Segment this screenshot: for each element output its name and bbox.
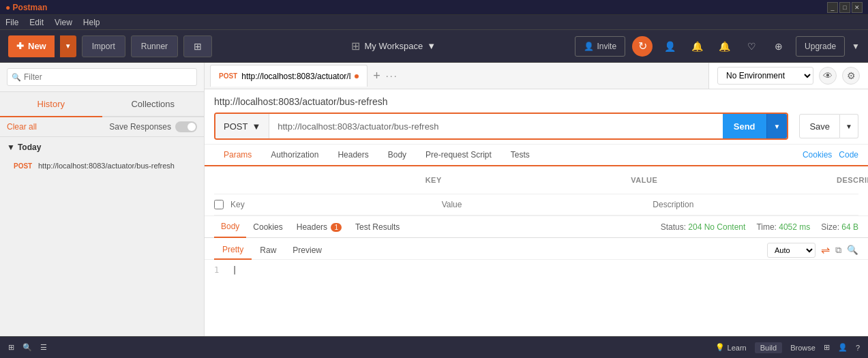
menu-edit[interactable]: Edit <box>29 18 44 27</box>
sidebar-tab-collections[interactable]: Collections <box>102 92 205 116</box>
params-table-header: KEY VALUE DESCRIPTION ··· Bulk Edit <box>214 166 858 194</box>
subtab-params[interactable]: Params <box>214 145 261 166</box>
save-button[interactable]: Save <box>799 114 840 138</box>
request-subtabs: Params Authorization Headers Body Pre-re… <box>205 145 868 166</box>
sidebar-actions: Clear all Save Responses <box>0 117 204 137</box>
subtab-tests[interactable]: Tests <box>501 145 539 165</box>
method-select[interactable]: POST ▼ <box>215 114 269 138</box>
build-button[interactable]: Build <box>755 342 782 353</box>
today-section-header: ▼ Today <box>0 137 204 158</box>
url-input[interactable] <box>269 116 722 137</box>
notifications-icon[interactable]: 🔔 <box>687 36 707 57</box>
sync-button[interactable]: ↻ <box>632 36 653 57</box>
add-tab-button[interactable]: + <box>370 69 383 83</box>
copy-response-button[interactable]: ⧉ <box>835 245 841 256</box>
save-responses-area: Save Responses <box>109 121 197 132</box>
tab-method-tag: POST <box>219 72 237 80</box>
heart-icon[interactable]: ♡ <box>741 36 762 57</box>
resp-tab-test-results[interactable]: Test Results <box>348 217 406 237</box>
satellite-icon[interactable]: ⊕ <box>768 36 789 57</box>
browse-button[interactable]: Browse <box>790 344 815 352</box>
subtab-prerequest[interactable]: Pre-request Script <box>416 145 501 165</box>
new-button[interactable]: ✚ New <box>8 35 55 57</box>
line-number-1: 1 <box>214 265 219 275</box>
resp-tab-headers[interactable]: Headers 1 <box>290 217 348 237</box>
user-profile-icon[interactable]: 👤 <box>659 36 680 57</box>
search-response-button[interactable]: 🔍 <box>847 245 858 255</box>
learn-label: Learn <box>728 344 747 352</box>
send-dropdown-button[interactable]: ▼ <box>766 114 788 138</box>
params-key-input[interactable] <box>230 200 431 209</box>
subtab-authorization[interactable]: Authorization <box>261 145 328 165</box>
more-tabs-button[interactable]: ··· <box>386 70 398 81</box>
invite-button[interactable]: 👤 Invite <box>575 36 625 57</box>
layout-button[interactable]: ⊞ <box>183 35 212 57</box>
sidebar-tab-history[interactable]: History <box>0 92 102 117</box>
menu-view[interactable]: View <box>55 18 72 27</box>
title-bar: ● Postman _ □ ✕ <box>0 0 868 15</box>
auto-format-select[interactable]: Auto <box>767 243 815 258</box>
toolbar-right: 👤 Invite ↻ 👤 🔔 🔔 ♡ ⊕ Upgrade ▼ <box>575 36 860 57</box>
cookies-link[interactable]: Cookies <box>803 150 832 160</box>
panel-button[interactable]: ☰ <box>40 343 47 352</box>
sidebar-search-area: 🔍 <box>0 63 204 92</box>
params-description-cell <box>647 197 858 212</box>
env-select-wrap: No Environment <box>717 67 813 85</box>
resp-tab-cookies[interactable]: Cookies <box>246 217 289 237</box>
import-button[interactable]: Import <box>82 35 125 57</box>
response-code-area: 1 | <box>205 260 868 336</box>
clear-all-button[interactable]: Clear all <box>7 122 37 132</box>
params-row-checkbox[interactable] <box>214 200 224 209</box>
new-label: New <box>28 41 46 51</box>
upgrade-arrow[interactable]: ▼ <box>852 42 860 51</box>
invite-icon: 👤 <box>584 42 594 51</box>
close-button[interactable]: ✕ <box>852 2 863 13</box>
console-button[interactable]: ⊞ <box>8 343 14 352</box>
runner-button[interactable]: Runner <box>131 35 178 57</box>
request-tab-active[interactable]: POST http://localhost:8083/actuator/l <box>210 65 368 87</box>
save-dropdown-button[interactable]: ▼ <box>840 114 858 138</box>
params-table: KEY VALUE DESCRIPTION ··· Bulk Edit <box>205 166 868 215</box>
resp-body-tab-preview[interactable]: Preview <box>284 241 330 259</box>
resp-body-tab-raw[interactable]: Raw <box>252 241 284 259</box>
env-settings-icon[interactable]: ⚙ <box>842 67 860 85</box>
eye-icon[interactable]: 👁 <box>819 67 837 85</box>
subtab-headers[interactable]: Headers <box>328 145 378 165</box>
sidebar-filter-input[interactable] <box>7 68 197 86</box>
window-controls[interactable]: _ □ ✕ <box>827 2 863 13</box>
sidebar: 🔍 History Collections Clear all Save Res… <box>0 63 205 336</box>
upgrade-button[interactable]: Upgrade <box>796 36 845 57</box>
user-right-button[interactable]: 👤 <box>838 343 848 352</box>
history-item[interactable]: POST http://localhost:8083/actuator/bus-… <box>0 158 204 174</box>
params-value-input[interactable] <box>442 200 642 209</box>
minimize-button[interactable]: _ <box>827 2 838 13</box>
method-label: POST <box>224 121 248 132</box>
bell-icon[interactable]: 🔔 <box>714 36 734 57</box>
help-button[interactable]: ? <box>856 344 860 352</box>
menu-file[interactable]: File <box>5 18 18 27</box>
subtab-body[interactable]: Body <box>378 145 416 165</box>
environment-selector[interactable]: No Environment <box>717 67 813 85</box>
search-button[interactable]: 🔍 <box>23 343 32 352</box>
key-column-header: KEY <box>420 176 626 184</box>
params-description-input[interactable] <box>653 200 853 209</box>
grid-right-button[interactable]: ⊞ <box>824 343 830 352</box>
wrap-text-button[interactable]: ⇌ <box>821 243 830 256</box>
resp-body-controls: Auto ⇌ ⧉ 🔍 <box>767 243 858 258</box>
maximize-button[interactable]: □ <box>839 2 850 13</box>
app-logo: ● Postman <box>5 3 47 12</box>
today-label: Today <box>18 143 41 152</box>
save-responses-toggle[interactable] <box>175 121 197 132</box>
workspace-selector[interactable]: ⊞ My Workspace ▼ <box>351 40 436 53</box>
menu-help[interactable]: Help <box>83 18 100 27</box>
url-input-row: POST ▼ Send ▼ <box>214 113 788 140</box>
learn-button[interactable]: 💡 Learn <box>715 343 747 352</box>
auto-select-wrap: Auto <box>767 243 815 258</box>
resp-tab-body[interactable]: Body <box>214 216 246 238</box>
send-button[interactable]: Send <box>723 114 766 138</box>
cursor-line: | <box>232 265 237 275</box>
new-dropdown-arrow[interactable]: ▼ <box>60 35 76 57</box>
environment-bar: No Environment 👁 ⚙ <box>708 63 868 89</box>
code-link[interactable]: Code <box>839 150 858 160</box>
resp-body-tab-pretty[interactable]: Pretty <box>214 241 252 260</box>
